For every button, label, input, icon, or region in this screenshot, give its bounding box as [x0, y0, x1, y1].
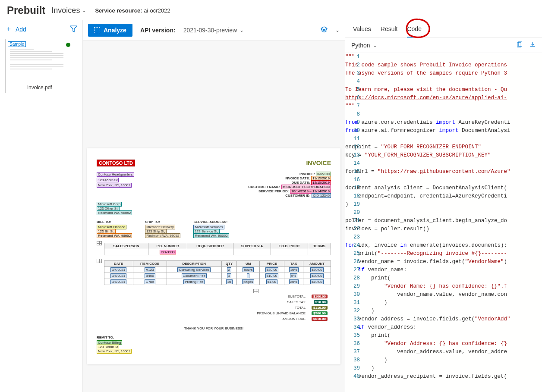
order-table: SALESPERSONP.O. NUMBERREQUISITIONERSHIPP…: [104, 243, 331, 255]
tab-values[interactable]: Values: [353, 25, 371, 38]
add-button[interactable]: ＋ Add: [5, 25, 26, 34]
document-page: CONTOSO LTD INVOICE Contoso Headquarters…: [87, 148, 340, 364]
billto-block: BILL TO: Microsoft Finance 123 Bill St, …: [97, 220, 132, 238]
model-dropdown[interactable]: Invoices ⌄: [51, 6, 86, 15]
line-items-table: DATEITEM CODEDESCRIPTIONQTYUMPRICETAXAMO…: [104, 260, 331, 285]
table-icon: [97, 241, 102, 245]
result-tabs: Values Result Code: [345, 20, 542, 38]
code-editor[interactable]: 1 2 3 4 5 6 7 8 9 10 11 12 13 14 15 16 1…: [345, 53, 542, 392]
download-icon: [529, 41, 536, 48]
filter-icon: [70, 25, 77, 32]
shipto-block: SHIP TO: Microsoft Delivery 123 Ship St,…: [145, 220, 180, 238]
thank-you-text: THANK YOU FOR YOUR BUSINESS!: [97, 326, 331, 330]
language-dropdown[interactable]: Python ⌄: [351, 42, 377, 49]
results-panel: Values Result Code Python ⌄ 1 2 3 4 5 6 …: [345, 20, 542, 392]
sample-badge: Sample: [8, 41, 26, 47]
field-vendor-addr1[interactable]: 123 456th St: [97, 178, 119, 182]
thumbnail-preview: [10, 49, 69, 81]
table-icon: [97, 259, 102, 263]
analyze-button[interactable]: Analyze: [88, 24, 132, 37]
plus-icon: ＋: [5, 25, 12, 34]
api-version-dropdown[interactable]: 2021-09-30-preview ⌄: [183, 27, 244, 34]
field-subtotal[interactable]: $100.00: [312, 295, 328, 298]
chevron-down-icon[interactable]: ⌄: [335, 27, 340, 33]
chevron-down-icon: ⌄: [82, 7, 86, 13]
page-title: Prebuilt: [7, 4, 45, 16]
filter-button[interactable]: [70, 25, 77, 34]
field-vendor-name[interactable]: Contoso Headquarters: [97, 172, 134, 177]
language-bar: Python ⌄: [345, 38, 542, 53]
vendor-block: Contoso Headquarters 123 456th St New Yo…: [97, 172, 134, 198]
svcaddr-block: SERVICE ADDRESS: Microsoft Services 123 …: [193, 220, 229, 238]
field-tax[interactable]: $10.00: [314, 300, 328, 304]
invoice-meta: INVOICE: INV-100 INVOICE DATE: 11/15/201…: [147, 172, 331, 198]
header: Prebuilt Invoices ⌄ Service resource: ai…: [0, 0, 542, 20]
field-total[interactable]: $110.00: [312, 306, 328, 310]
viewer-toolbar: Analyze API version: 2021-09-30-preview …: [83, 20, 345, 41]
field-remit-name[interactable]: Contoso Billing: [97, 340, 122, 345]
service-resource: Service resource: ai-ocr2022: [95, 7, 170, 14]
thumbnail-filename: invoice.pdf: [7, 82, 72, 93]
copy-button[interactable]: [516, 41, 523, 49]
add-label: Add: [16, 26, 26, 33]
customer-block: Microsoft Corp 123 Other St, Redmond WA,…: [97, 202, 331, 215]
copy-icon: [516, 41, 523, 48]
sidebar: ＋ Add Sample invoice.pdf: [0, 20, 83, 392]
language-label: Python: [351, 42, 370, 49]
service-resource-value: ai-ocr2022: [144, 7, 170, 14]
invoice-title: INVOICE: [306, 160, 331, 166]
remit-block: REMIT TO: Contoso Billing 123 Remit St N…: [97, 336, 331, 353]
chevron-down-icon: ⌄: [373, 42, 377, 48]
api-version-label: API version:: [140, 27, 176, 34]
service-resource-label: Service resource:: [95, 7, 142, 14]
chevron-down-icon: ⌄: [239, 27, 244, 33]
scan-icon: [94, 27, 100, 33]
field-vendor-addr2[interactable]: New York, NY, 10001: [97, 183, 132, 188]
model-dropdown-label: Invoices: [51, 6, 80, 15]
main: ＋ Add Sample invoice.pdf: [0, 20, 542, 392]
field-amount-due[interactable]: $610.00: [312, 317, 328, 321]
analyze-label: Analyze: [104, 27, 126, 34]
layers-button[interactable]: [321, 26, 328, 34]
vendor-logo: CONTOSO LTD: [97, 160, 135, 166]
tab-result[interactable]: Result: [381, 25, 398, 38]
status-dot-icon: [66, 43, 70, 47]
download-button[interactable]: [529, 41, 536, 49]
file-thumbnail[interactable]: Sample invoice.pdf: [5, 39, 74, 93]
field-customer-id[interactable]: CID-12345: [312, 193, 331, 198]
annotation-circle-icon: [403, 17, 433, 40]
totals-block: SUBTOTAL$100.00 SALES TAX$10.00 TOTAL$11…: [97, 289, 331, 322]
layers-icon: [321, 26, 328, 33]
table-icon: [253, 289, 258, 293]
document-viewer: Analyze API version: 2021-09-30-preview …: [83, 20, 345, 392]
field-prev-balance[interactable]: $500.00: [312, 311, 328, 315]
api-version-value: 2021-09-30-preview: [183, 27, 237, 34]
